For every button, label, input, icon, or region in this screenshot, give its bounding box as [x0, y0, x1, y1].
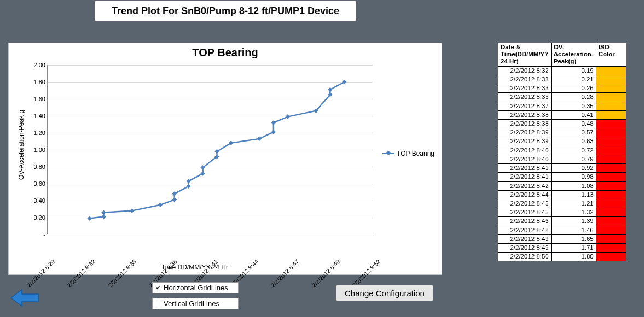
cell-iso-color — [596, 199, 626, 208]
cell-iso-color — [596, 102, 626, 110]
cell-datetime: 2/2/2012 8:39 — [498, 128, 552, 137]
cell-value: 0.57 — [551, 128, 596, 137]
data-point-marker — [87, 216, 91, 220]
chart-legend: TOP Bearing — [382, 150, 434, 157]
table-row: 2/2/2012 8:380.41 — [498, 110, 626, 119]
back-button[interactable] — [11, 289, 39, 307]
arrow-left-icon — [11, 289, 39, 307]
legend-marker-icon — [382, 153, 394, 154]
data-point-marker — [158, 203, 163, 207]
table-row: 2/2/2012 8:390.63 — [498, 137, 626, 146]
table-header-datetime: Date & Time(DD/MM/YY 24 Hr) — [498, 43, 552, 67]
gridline-controls: ✔ Horizontal GridLines Vertical GridLine… — [152, 282, 239, 314]
table-row: 2/2/2012 8:451.32 — [498, 208, 626, 217]
table-row: 2/2/2012 8:390.57 — [498, 128, 626, 137]
cell-iso-color — [596, 93, 626, 102]
cell-datetime: 2/2/2012 8:41 — [498, 173, 552, 181]
cell-value: 1.46 — [551, 226, 596, 234]
cell-iso-color — [596, 137, 626, 146]
cell-value: 0.48 — [551, 119, 596, 128]
y-tick-label: 1.60 — [25, 96, 45, 102]
data-point-marker — [271, 130, 276, 134]
cell-datetime: 2/2/2012 8:45 — [498, 199, 552, 208]
data-point-marker — [130, 208, 134, 213]
table-row: 2/2/2012 8:491.65 — [498, 234, 626, 243]
cell-value: 1.71 — [551, 244, 596, 253]
cell-iso-color — [596, 253, 626, 261]
y-tick-label: 2.00 — [25, 62, 45, 68]
x-axis-label: Time DD/MM/YY 24 Hr — [9, 263, 381, 271]
horizontal-gridlines-checkbox[interactable]: ✔ Horizontal GridLines — [152, 282, 239, 293]
chart-title: TOP Bearing — [9, 46, 442, 59]
y-tick-label: 1.20 — [25, 130, 45, 136]
vertical-gridlines-checkbox[interactable]: Vertical GridLines — [152, 298, 239, 309]
cell-datetime: 2/2/2012 8:46 — [498, 217, 552, 226]
y-tick-label: 0.20 — [25, 214, 45, 221]
table-row: 2/2/2012 8:370.35 — [498, 102, 626, 110]
cell-datetime: 2/2/2012 8:49 — [498, 244, 552, 253]
checkbox-icon — [155, 301, 161, 307]
cell-datetime: 2/2/2012 8:49 — [498, 234, 552, 243]
table-row: 2/2/2012 8:461.39 — [498, 217, 626, 226]
horizontal-gridlines-label: Horizontal GridLines — [164, 284, 228, 292]
cell-iso-color — [596, 66, 626, 75]
cell-iso-color — [596, 110, 626, 119]
y-tick-label: 0.60 — [25, 180, 45, 187]
y-tick-label: 1.80 — [25, 79, 45, 85]
cell-datetime: 2/2/2012 8:40 — [498, 146, 552, 155]
cell-value: 0.26 — [551, 84, 596, 93]
cell-iso-color — [596, 128, 626, 137]
table-row: 2/2/2012 8:441.13 — [498, 190, 626, 199]
cell-datetime: 2/2/2012 8:35 — [498, 93, 552, 102]
page-title: Trend Plot For SnB0/Pump 8-12 ft/PUMP1 D… — [95, 1, 356, 21]
data-point-marker — [257, 137, 262, 141]
cell-value: 1.32 — [551, 208, 596, 217]
table-row: 2/2/2012 8:491.71 — [498, 244, 626, 253]
data-table: Date & Time(DD/MM/YY 24 Hr) OV-Accelerat… — [498, 43, 626, 261]
change-configuration-button[interactable]: Change Configuration — [336, 285, 433, 301]
cell-iso-color — [596, 146, 626, 155]
cell-value: 0.19 — [551, 66, 596, 75]
table-row: 2/2/2012 8:330.26 — [498, 84, 626, 93]
cell-datetime: 2/2/2012 8:33 — [498, 75, 552, 84]
cell-datetime: 2/2/2012 8:42 — [498, 181, 552, 190]
table-row: 2/2/2012 8:400.72 — [498, 146, 626, 155]
data-point-marker — [101, 210, 106, 214]
cell-iso-color — [596, 217, 626, 226]
table-row: 2/2/2012 8:410.92 — [498, 164, 626, 173]
data-point-marker — [172, 197, 177, 202]
cell-iso-color — [596, 244, 626, 253]
cell-value: 1.80 — [551, 253, 596, 261]
chart-series — [47, 65, 373, 234]
table-row: 2/2/2012 8:481.46 — [498, 226, 626, 234]
data-point-marker — [101, 214, 106, 219]
table-body: 2/2/2012 8:320.192/2/2012 8:330.212/2/20… — [498, 66, 626, 261]
table-row: 2/2/2012 8:501.80 — [498, 253, 626, 261]
cell-value: 1.21 — [551, 199, 596, 208]
table-header-value: OV-Acceleration-Peak(g) — [551, 43, 596, 67]
cell-iso-color — [596, 226, 626, 234]
cell-datetime: 2/2/2012 8:38 — [498, 119, 552, 128]
y-tick-label: 1.40 — [25, 113, 45, 119]
y-tick-label: 1.00 — [25, 146, 45, 153]
y-tick-label: 0.80 — [25, 163, 45, 170]
cell-value: 0.92 — [551, 164, 596, 173]
page-title-text: Trend Plot For SnB0/Pump 8-12 ft/PUMP1 D… — [112, 5, 339, 17]
cell-value: 1.65 — [551, 234, 596, 243]
cell-datetime: 2/2/2012 8:37 — [498, 102, 552, 110]
table-row: 2/2/2012 8:330.21 — [498, 75, 626, 84]
cell-datetime: 2/2/2012 8:33 — [498, 84, 552, 93]
cell-iso-color — [596, 190, 626, 199]
data-point-marker — [286, 114, 290, 119]
cell-value: 0.28 — [551, 93, 596, 102]
table-header-row: Date & Time(DD/MM/YY 24 Hr) OV-Accelerat… — [498, 43, 626, 67]
table-row: 2/2/2012 8:380.48 — [498, 119, 626, 128]
cell-iso-color — [596, 181, 626, 190]
cell-datetime: 2/2/2012 8:44 — [498, 190, 552, 199]
table-header-iso: ISO Color — [596, 43, 626, 67]
cell-iso-color — [596, 208, 626, 217]
cell-iso-color — [596, 173, 626, 181]
cell-iso-color — [596, 119, 626, 128]
cell-datetime: 2/2/2012 8:41 — [498, 164, 552, 173]
cell-value: 0.98 — [551, 173, 596, 181]
